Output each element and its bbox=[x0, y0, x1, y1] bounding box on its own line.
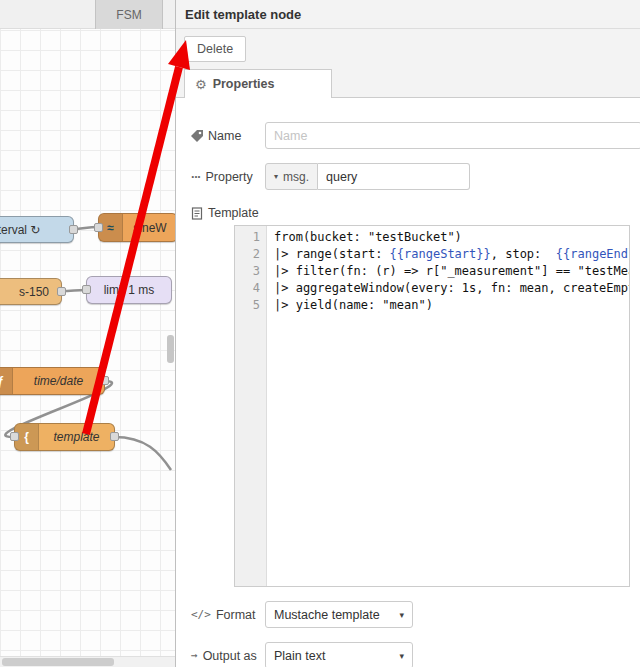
property-type-button[interactable]: ▾ msg. bbox=[265, 163, 318, 190]
node-red-editor: FSM terval ↻ ≈ sineW s-150 limit 1 ms ƒ bbox=[0, 0, 640, 667]
tab-properties[interactable]: ⚙ Properties bbox=[184, 69, 332, 98]
format-row: </> Format Mustache template ▾ bbox=[191, 601, 640, 628]
node-output-port[interactable] bbox=[69, 225, 78, 234]
tray-header: Edit template node bbox=[176, 0, 640, 29]
node-label: sineW bbox=[123, 221, 175, 235]
format-label: </> Format bbox=[191, 608, 265, 622]
flow-node-limit[interactable]: limit 1 ms bbox=[86, 276, 172, 304]
flow-workspace[interactable]: FSM terval ↻ ≈ sineW s-150 limit 1 ms ƒ bbox=[0, 0, 175, 667]
output-label: → Output as bbox=[191, 649, 265, 663]
node-input-port[interactable] bbox=[82, 285, 91, 294]
chevron-down-icon: ▾ bbox=[274, 172, 278, 181]
tray-tabs: ⚙ Properties bbox=[176, 69, 640, 98]
template-label-row: Template bbox=[191, 206, 640, 220]
name-label: Name bbox=[191, 129, 265, 143]
node-output-port[interactable] bbox=[110, 432, 119, 441]
name-row: Name bbox=[191, 122, 640, 149]
flow-node-template[interactable]: { template bbox=[14, 423, 115, 451]
node-label: time/date bbox=[13, 374, 104, 388]
workspace-tab-fsm[interactable]: FSM bbox=[95, 0, 163, 29]
node-label: terval ↻ bbox=[0, 223, 73, 237]
tab-label: Properties bbox=[213, 77, 275, 91]
tray-form: Name ··· Property ▾ msg. bbox=[176, 98, 640, 667]
edit-tray: Edit template node Delete ⚙ Properties N… bbox=[175, 0, 640, 667]
flow-wires bbox=[0, 0, 175, 667]
output-row: → Output as Plain text ▾ bbox=[191, 642, 640, 667]
flow-node-sinewave[interactable]: ≈ sineW bbox=[98, 213, 175, 242]
output-select[interactable]: Plain text ▾ bbox=[265, 642, 413, 667]
chevron-down-icon: ▾ bbox=[399, 651, 404, 661]
document-icon bbox=[191, 207, 203, 220]
property-row: ··· Property ▾ msg. bbox=[191, 163, 640, 190]
name-input[interactable] bbox=[265, 122, 640, 149]
template-label: Template bbox=[191, 206, 265, 220]
output-value: Plain text bbox=[274, 649, 325, 663]
flow-node-interval[interactable]: terval ↻ bbox=[0, 216, 74, 243]
tray-title: Edit template node bbox=[185, 7, 301, 22]
property-typed-input: ▾ msg. bbox=[265, 163, 470, 190]
format-value: Mustache template bbox=[274, 608, 380, 622]
vertical-scrollbar-thumb[interactable] bbox=[167, 335, 174, 363]
horizontal-scrollbar-thumb[interactable] bbox=[2, 658, 114, 666]
node-output-port[interactable] bbox=[57, 287, 66, 296]
tag-icon bbox=[191, 130, 203, 142]
delete-button[interactable]: Delete bbox=[184, 36, 246, 62]
flow-node-timedate[interactable]: ƒ time/date bbox=[0, 367, 105, 395]
property-type-label: msg. bbox=[283, 170, 309, 184]
property-input[interactable] bbox=[318, 163, 470, 190]
node-output-port[interactable] bbox=[100, 376, 109, 385]
template-code-editor[interactable]: 12345 from(bucket: "testBucket")|> range… bbox=[234, 225, 630, 587]
function-icon: ƒ bbox=[0, 368, 13, 394]
flow-node-s150[interactable]: s-150 bbox=[0, 278, 62, 305]
arrow-right-icon: → bbox=[191, 649, 198, 662]
node-label: template bbox=[39, 430, 114, 444]
ellipsis-icon: ··· bbox=[191, 170, 201, 184]
node-label: limit 1 ms bbox=[87, 283, 171, 297]
format-select[interactable]: Mustache template ▾ bbox=[265, 601, 413, 628]
horizontal-scrollbar[interactable] bbox=[0, 656, 175, 667]
tray-toolbar: Delete bbox=[176, 29, 640, 69]
property-label: ··· Property bbox=[191, 170, 265, 184]
node-label: s-150 bbox=[0, 285, 61, 299]
code-lines[interactable]: from(bucket: "testBucket")|> range(start… bbox=[267, 226, 629, 586]
chevron-down-icon: ▾ bbox=[399, 610, 404, 620]
node-input-port[interactable] bbox=[94, 223, 103, 232]
node-input-port[interactable] bbox=[10, 432, 19, 441]
code-gutter: 12345 bbox=[235, 226, 267, 586]
gear-icon: ⚙ bbox=[195, 77, 207, 92]
workspace-tab-bar: FSM bbox=[0, 0, 175, 29]
code-icon: </> bbox=[191, 608, 211, 621]
